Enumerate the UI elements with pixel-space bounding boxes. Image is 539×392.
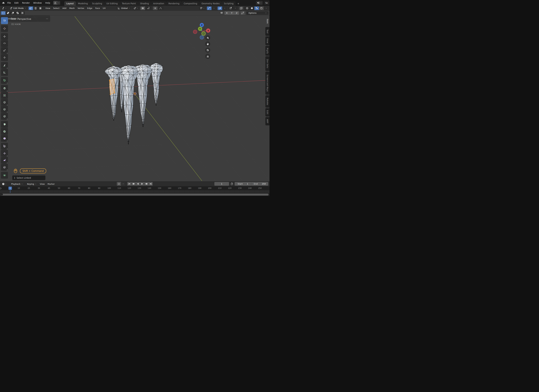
shading-wireframe-button[interactable] bbox=[245, 6, 250, 10]
show-gizmo-button[interactable] bbox=[207, 6, 212, 10]
play-button[interactable] bbox=[140, 182, 144, 186]
keying-menu[interactable]: Keying bbox=[25, 182, 38, 186]
workspace-tab-geometry-nodes[interactable]: Geometry Nodes bbox=[199, 1, 222, 6]
pan-button[interactable] bbox=[205, 41, 210, 47]
jump-to-start-button[interactable] bbox=[127, 182, 131, 186]
viewport-menu-view[interactable]: View bbox=[44, 7, 52, 9]
falloff-dropdown[interactable] bbox=[158, 6, 164, 10]
add-workspace-button[interactable]: + bbox=[236, 1, 241, 6]
select-difference-button[interactable] bbox=[15, 11, 20, 15]
scene-widget[interactable] bbox=[256, 1, 263, 5]
play-reverse-button[interactable] bbox=[135, 182, 140, 186]
mirror-y-button[interactable]: Y bbox=[229, 11, 234, 15]
menu-file[interactable]: File bbox=[5, 2, 13, 4]
tool-rotate[interactable] bbox=[1, 40, 8, 47]
workspace-tab-sculpting[interactable]: Sculpting bbox=[90, 1, 104, 6]
mirror-x-button[interactable]: X bbox=[224, 11, 229, 15]
timeline-marker-menu[interactable]: Marker bbox=[46, 183, 56, 185]
menu-edit[interactable]: Edit bbox=[13, 2, 20, 4]
tool-scale[interactable] bbox=[1, 47, 8, 54]
options-dropdown[interactable]: Options bbox=[246, 11, 269, 15]
sidebar-tab-view[interactable]: View bbox=[265, 36, 270, 45]
vertex-select-mode-button[interactable] bbox=[29, 6, 33, 10]
tool-measure[interactable] bbox=[1, 69, 8, 76]
proportional-edit-button[interactable] bbox=[153, 6, 158, 10]
viewport-scene[interactable] bbox=[0, 15, 270, 181]
timeline-view-menu[interactable]: View bbox=[38, 183, 46, 185]
frame-end-field[interactable]: End250 bbox=[251, 182, 268, 186]
tool-inset-faces[interactable] bbox=[1, 92, 8, 99]
frame-start-field[interactable]: Start1 bbox=[235, 182, 251, 186]
sidebar-tab-zen-sets[interactable]: Zen Sets bbox=[265, 56, 270, 71]
tool-transform[interactable] bbox=[1, 54, 8, 61]
timeline-editor-type-button[interactable] bbox=[1, 182, 8, 186]
viewport-menu-mesh[interactable]: Mesh bbox=[68, 7, 76, 9]
horizontal-scrollbar[interactable] bbox=[1, 194, 269, 195]
perspective-toggle-button[interactable] bbox=[205, 54, 210, 59]
shading-solid-button[interactable] bbox=[250, 6, 254, 10]
mode-dropdown[interactable]: Edit Mode bbox=[9, 6, 27, 10]
show-overlays-button[interactable] bbox=[218, 6, 222, 10]
blender-logo-icon[interactable] bbox=[2, 1, 5, 5]
visibility-dropdown[interactable] bbox=[199, 6, 206, 10]
face-select-mode-button[interactable] bbox=[38, 6, 43, 10]
playback-menu[interactable]: Playback bbox=[9, 182, 25, 186]
workspace-tab-animation[interactable]: Animation bbox=[151, 1, 166, 6]
previous-keyframe-button[interactable] bbox=[131, 182, 135, 186]
workspace-tab-compositing[interactable]: Compositing bbox=[182, 1, 199, 6]
tool-shear[interactable] bbox=[1, 157, 8, 164]
sidebar-tab-rokoko[interactable]: Rokoko bbox=[265, 95, 270, 108]
tool-bevel[interactable] bbox=[1, 99, 8, 106]
tool-smooth[interactable] bbox=[1, 135, 8, 142]
sidebar-tab-arp[interactable]: ARP bbox=[265, 117, 270, 125]
viewport-menu-select[interactable]: Select bbox=[52, 7, 61, 9]
workspace-tab-texture-paint[interactable]: Texture Paint bbox=[120, 1, 138, 6]
menu-window[interactable]: Window bbox=[32, 2, 43, 4]
gizmo-dropdown[interactable] bbox=[212, 6, 216, 10]
viewport-menu-edge[interactable]: Edge bbox=[86, 7, 94, 9]
select-subtract-button[interactable] bbox=[10, 11, 15, 15]
shading-dropdown[interactable] bbox=[264, 6, 269, 10]
tool-zen-tool[interactable] bbox=[1, 172, 8, 179]
navigation-gizmo[interactable]: ZYX bbox=[190, 20, 214, 44]
scene-name[interactable]: Sc bbox=[264, 1, 270, 5]
viewport-menu-uv[interactable]: UV bbox=[101, 7, 107, 9]
sidebar-tab-rigify[interactable]: Rigify bbox=[265, 46, 270, 56]
tool-select-box[interactable] bbox=[1, 17, 8, 24]
edit-corners-button[interactable] bbox=[228, 6, 233, 10]
menu-help[interactable]: Help bbox=[43, 2, 52, 4]
select-intersect-button[interactable] bbox=[20, 11, 25, 15]
select-set-button[interactable] bbox=[1, 11, 5, 15]
jump-to-end-button[interactable] bbox=[149, 182, 153, 186]
tool-annotate[interactable] bbox=[1, 62, 8, 69]
sidebar-tab-item[interactable]: Item bbox=[265, 16, 270, 26]
sidebar-tab-edit[interactable]: Edit bbox=[265, 108, 270, 116]
toggle-xray-button[interactable] bbox=[239, 6, 244, 10]
current-frame-marker[interactable]: 1 bbox=[9, 187, 12, 190]
zoom-button[interactable] bbox=[205, 35, 210, 40]
shading-rendered-button[interactable] bbox=[259, 6, 264, 10]
viewport-menu-vertex[interactable]: Vertex bbox=[76, 7, 86, 9]
sidebar-tab-tool[interactable]: Tool bbox=[265, 27, 270, 36]
orientation-dropdown[interactable]: Global bbox=[117, 6, 131, 10]
viewport-menu-face[interactable]: Face bbox=[94, 7, 101, 9]
keying-dropdown[interactable] bbox=[121, 182, 125, 186]
snap-indicator-button[interactable] bbox=[240, 11, 245, 15]
workspace-tab-uv-editing[interactable]: UV Editing bbox=[104, 1, 120, 6]
tool-poly-build[interactable] bbox=[1, 121, 8, 128]
auto-keying-button[interactable] bbox=[117, 182, 121, 186]
chevron-down-icon[interactable] bbox=[57, 1, 60, 5]
tool-cursor[interactable] bbox=[1, 25, 8, 32]
next-keyframe-button[interactable] bbox=[144, 182, 149, 186]
mirror-z-button[interactable]: Z bbox=[234, 11, 239, 15]
workspace-tab-layout[interactable]: Layout bbox=[64, 1, 76, 6]
tool-add-cube[interactable] bbox=[1, 77, 8, 84]
overlays-dropdown[interactable] bbox=[222, 6, 227, 10]
camera-view-button[interactable] bbox=[205, 47, 210, 53]
tool-spin[interactable] bbox=[1, 128, 8, 135]
shading-material-button[interactable] bbox=[254, 6, 259, 10]
scrollbar-knob[interactable] bbox=[1, 194, 3, 195]
editor-type-button[interactable] bbox=[1, 6, 8, 10]
region-collapse-arrow[interactable]: ❯ bbox=[0, 187, 2, 189]
workspace-tab-scripting[interactable]: Scripting bbox=[222, 1, 236, 6]
